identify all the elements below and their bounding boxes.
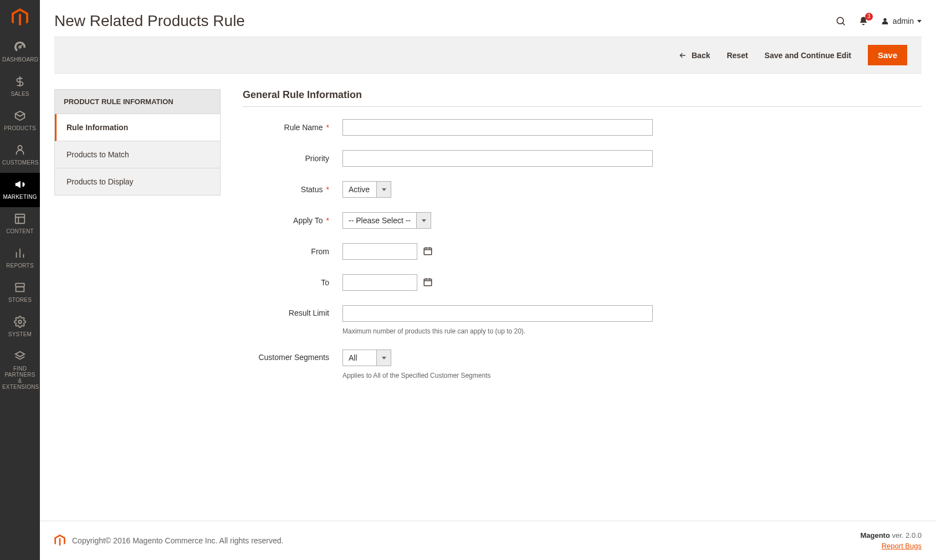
page-title: New Related Products Rule: [54, 12, 245, 30]
label-customer-segments: Customer Segments: [258, 353, 329, 362]
to-date-picker[interactable]: [423, 277, 433, 289]
report-bugs-link[interactable]: Report Bugs: [882, 542, 922, 550]
required-asterisk: *: [326, 185, 329, 194]
gear-icon: [2, 316, 38, 329]
store-icon: [2, 281, 38, 295]
nav-customers[interactable]: CUSTOMERS: [0, 138, 40, 173]
status-select-value: Active: [343, 182, 376, 197]
tab-products-to-display[interactable]: Products to Display: [55, 168, 220, 195]
nav-sales[interactable]: SALES: [0, 70, 40, 104]
priority-input[interactable]: [342, 150, 653, 167]
field-apply-to: Apply To* -- Please Select --: [243, 212, 922, 229]
arrow-left-icon: [678, 51, 687, 60]
nav-label: CONTENT: [2, 228, 38, 234]
left-nav: DASHBOARD SALES PRODUCTS CUSTOMERS MARKE…: [0, 0, 40, 560]
nav-dashboard[interactable]: DASHBOARD: [0, 35, 40, 70]
copyright-text: Copyright© 2016 Magento Commerce Inc. Al…: [72, 536, 284, 545]
field-customer-segments: Customer Segments All Applies to All of …: [243, 350, 922, 379]
chevron-down-icon: [917, 20, 922, 23]
form-legend: General Rule Information: [243, 89, 922, 107]
chevron-down-icon: [376, 182, 391, 197]
person-icon: [2, 144, 38, 157]
notifications-badge: 3: [865, 13, 873, 20]
magento-logo-icon: [12, 8, 28, 27]
from-date-picker[interactable]: [423, 246, 433, 258]
action-bar: Back Reset Save and Continue Edit Save: [54, 37, 922, 74]
required-asterisk: *: [326, 216, 329, 225]
svg-rect-6: [424, 279, 432, 285]
chevron-down-icon: [376, 350, 391, 366]
nav-label: MARKETING: [2, 194, 38, 200]
apply-to-select[interactable]: -- Please Select --: [342, 212, 431, 229]
notifications-button[interactable]: 3: [858, 16, 868, 26]
rule-name-input[interactable]: [342, 119, 653, 136]
magento-logo-icon: [54, 535, 65, 547]
nav-label: SYSTEM: [2, 331, 38, 337]
user-icon: [881, 17, 889, 25]
field-result-limit: Result Limit Maximum number of products …: [243, 305, 922, 335]
svg-point-0: [18, 146, 22, 150]
page-header: New Related Products Rule 3 admin: [40, 0, 936, 37]
dollar-icon: [2, 75, 38, 89]
nav-reports[interactable]: REPORTS: [0, 242, 40, 276]
nav-label: DASHBOARD: [2, 56, 38, 63]
back-button[interactable]: Back: [678, 51, 710, 60]
result-limit-input[interactable]: [342, 305, 653, 322]
nav-label: REPORTS: [2, 263, 38, 269]
field-rule-name: Rule Name*: [243, 119, 922, 136]
nav-label: STORES: [2, 297, 38, 303]
nav-products[interactable]: PRODUCTS: [0, 104, 40, 138]
nav-system[interactable]: SYSTEM: [0, 310, 40, 345]
gauge-icon: [2, 41, 38, 54]
field-priority: Priority: [243, 150, 922, 167]
result-limit-note: Maximum number of products this rule can…: [342, 327, 922, 335]
field-from: From: [243, 243, 922, 260]
label-apply-to: Apply To: [293, 216, 323, 225]
to-date-input[interactable]: [342, 274, 417, 291]
box-icon: [2, 110, 38, 123]
nav-stores[interactable]: STORES: [0, 276, 40, 310]
side-tabs-title: PRODUCT RULE INFORMATION: [54, 89, 221, 114]
field-status: Status* Active: [243, 181, 922, 198]
account-username: admin: [893, 17, 914, 25]
nav-content[interactable]: CONTENT: [0, 207, 40, 242]
calendar-icon: [423, 277, 433, 287]
customer-segments-note: Applies to All of the Specified Customer…: [342, 372, 922, 379]
label-status: Status: [301, 185, 323, 194]
megaphone-icon: [2, 178, 38, 192]
chevron-down-icon: [416, 213, 431, 228]
svg-point-4: [883, 18, 886, 21]
svg-rect-5: [424, 248, 432, 254]
save-button[interactable]: Save: [868, 45, 907, 65]
customer-segments-select[interactable]: All: [342, 350, 391, 366]
save-continue-button[interactable]: Save and Continue Edit: [765, 51, 851, 60]
bar-chart-icon: [2, 247, 38, 260]
save-continue-label: Save and Continue Edit: [765, 51, 851, 60]
label-to: To: [321, 278, 329, 287]
svg-point-2: [18, 320, 22, 323]
nav-label: CUSTOMERS: [2, 160, 38, 166]
customer-segments-select-value: All: [343, 350, 376, 366]
svg-point-3: [837, 17, 843, 24]
label-from: From: [311, 247, 329, 256]
logo[interactable]: [0, 0, 40, 35]
label-rule-name: Rule Name: [284, 123, 323, 132]
label-priority: Priority: [305, 154, 329, 163]
tab-rule-information[interactable]: Rule Information: [55, 114, 220, 141]
nav-find-partners[interactable]: FIND PARTNERS & EXTENSIONS: [0, 345, 40, 397]
reset-button[interactable]: Reset: [727, 51, 748, 60]
status-select[interactable]: Active: [342, 181, 391, 198]
apply-to-select-value: -- Please Select --: [343, 213, 416, 228]
nav-marketing[interactable]: MARKETING: [0, 173, 40, 207]
account-menu[interactable]: admin: [881, 17, 922, 25]
search-button[interactable]: [835, 16, 846, 27]
layout-icon: [2, 213, 38, 226]
form-area: General Rule Information Rule Name* Prio…: [243, 89, 922, 505]
footer: Copyright© 2016 Magento Commerce Inc. Al…: [40, 521, 936, 560]
nav-label: SALES: [2, 91, 38, 97]
field-to: To: [243, 274, 922, 291]
calendar-icon: [423, 246, 433, 256]
tab-products-to-match[interactable]: Products to Match: [55, 141, 220, 168]
label-result-limit: Result Limit: [289, 309, 329, 317]
from-date-input[interactable]: [342, 243, 417, 260]
